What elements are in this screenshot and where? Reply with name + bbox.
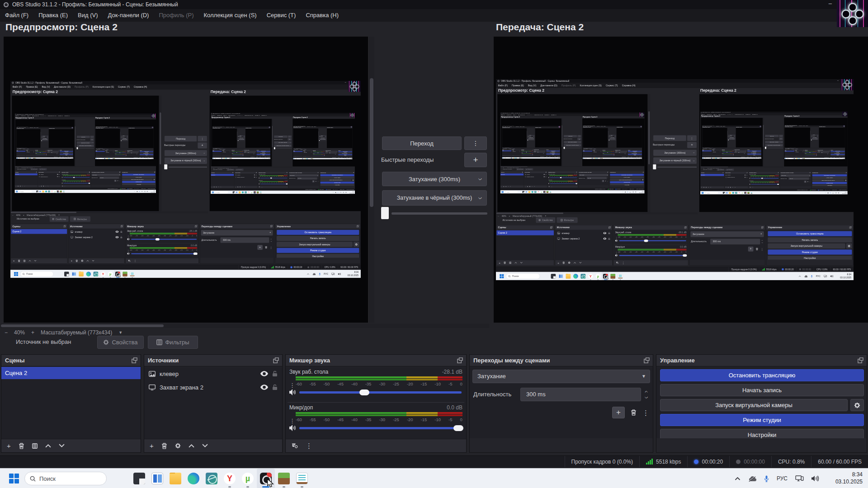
virtual-camera-settings-button[interactable] xyxy=(153,178,156,180)
fader-handle[interactable] xyxy=(46,155,47,155)
scene-filters-button[interactable] xyxy=(98,156,98,157)
scrollbar-thumb[interactable] xyxy=(1,324,164,327)
filters-button[interactable]: Фильтры xyxy=(39,168,47,170)
scene-filters-button[interactable] xyxy=(509,262,511,264)
fader-handle[interactable] xyxy=(453,425,463,431)
move-scene-down-button[interactable] xyxy=(59,444,65,448)
remove-scene-button[interactable] xyxy=(584,156,585,156)
menu-tools[interactable]: Сервис (T) xyxy=(57,115,64,117)
start-button[interactable] xyxy=(702,192,703,194)
duration-input[interactable]: 300 ms xyxy=(587,177,607,179)
chevron-down-icon[interactable]: ᨆ xyxy=(93,142,93,143)
scene-item-selected[interactable]: Сцена 2 xyxy=(1,367,141,379)
taskbar-search[interactable]: Поиск xyxy=(215,191,228,193)
mixer-menu-button[interactable]: ⋮ xyxy=(233,156,233,156)
virtual-camera-settings-button[interactable] xyxy=(354,242,359,247)
add-quick-transition-button[interactable]: + xyxy=(243,136,245,137)
remove-scene-button[interactable] xyxy=(18,186,19,187)
zoom-out-button[interactable]: − xyxy=(701,168,702,169)
add-source-button[interactable]: + xyxy=(39,186,39,187)
menu-scene-collection[interactable]: Коллекция сцен (S) xyxy=(29,127,33,128)
source-item-display-capture[interactable]: Захват экрана 2 xyxy=(725,176,748,178)
duration-spin-buttons[interactable]: ᨈ ᨆ xyxy=(545,152,546,153)
move-source-down-button[interactable] xyxy=(92,260,94,262)
add-scene-button[interactable]: + xyxy=(785,156,785,156)
spin-up-icon[interactable]: ᨈ xyxy=(762,239,763,242)
speaker-icon[interactable] xyxy=(62,183,63,183)
transition-button[interactable]: Переход xyxy=(653,135,686,141)
remove-source-button[interactable] xyxy=(223,156,224,156)
microphone-icon[interactable] xyxy=(635,158,636,159)
taskbar-app-movies[interactable] xyxy=(525,190,528,193)
taskbar-minecraft[interactable] xyxy=(609,272,616,280)
microphone-icon[interactable] xyxy=(830,192,831,194)
unlock-icon[interactable] xyxy=(608,237,610,240)
start-button[interactable] xyxy=(294,159,295,160)
move-source-up-button[interactable] xyxy=(225,156,226,156)
virtual-camera-settings-button[interactable] xyxy=(850,399,864,411)
source-properties-button[interactable] xyxy=(568,262,570,264)
zoom-out-button[interactable]: − xyxy=(5,329,8,336)
unlock-icon[interactable] xyxy=(59,176,60,177)
transition-menu-button[interactable]: ⋮ xyxy=(577,135,581,137)
source-item-display-capture[interactable]: Захват экрана 2 xyxy=(69,235,124,240)
chevron-down-icon[interactable]: ᨆ xyxy=(326,138,326,138)
move-source-up-button[interactable] xyxy=(532,186,533,187)
add-source-button[interactable]: + xyxy=(303,156,304,157)
popout-icon[interactable] xyxy=(89,172,90,173)
network-icon[interactable] xyxy=(149,158,149,159)
popout-icon[interactable] xyxy=(232,172,233,173)
microphone-icon[interactable] xyxy=(764,475,769,482)
network-icon[interactable] xyxy=(637,158,637,159)
source-item-display-capture[interactable]: Захват экрана 2 xyxy=(555,236,612,241)
menu-tools[interactable]: Сервис (T) xyxy=(604,83,620,88)
scene-item-selected[interactable]: Сцена 2 xyxy=(11,229,67,234)
mixer-menu-button[interactable]: ⋮ xyxy=(306,442,312,449)
properties-button[interactable]: Свойства xyxy=(536,217,555,223)
remove-source-button[interactable] xyxy=(728,187,729,188)
preview-vertical-scrollbar[interactable] xyxy=(318,128,319,148)
unlock-icon[interactable] xyxy=(120,230,123,233)
volume-icon[interactable] xyxy=(841,158,842,159)
taskbar-yandex-browser[interactable]: Y xyxy=(738,191,741,194)
unlock-icon[interactable] xyxy=(546,176,547,177)
zoom-out-button[interactable]: − xyxy=(211,168,212,169)
chevron-down-icon[interactable]: ᨆ xyxy=(290,142,291,143)
duration-input[interactable]: 300 ms xyxy=(329,153,337,154)
remove-transition-button[interactable] xyxy=(544,153,545,154)
chevron-down-icon[interactable]: ᨆ xyxy=(693,160,695,162)
fader-handle[interactable] xyxy=(359,389,369,395)
add-quick-transition-button[interactable]: + xyxy=(734,136,735,137)
taskbar-app-notepad[interactable] xyxy=(130,469,148,488)
stop-streaming-button[interactable]: Остановить трансляцию xyxy=(122,174,155,175)
menu-help[interactable]: Справка (H) xyxy=(806,126,809,127)
add-quick-transition-button[interactable]: + xyxy=(577,138,581,140)
advanced-audio-button[interactable] xyxy=(616,262,618,264)
volume-icon[interactable] xyxy=(70,158,70,159)
advanced-audio-button[interactable] xyxy=(805,156,805,156)
preview-vertical-scrollbar[interactable] xyxy=(369,37,374,323)
remove-source-button[interactable] xyxy=(27,156,27,156)
unlock-icon[interactable] xyxy=(721,152,721,152)
speaker-icon[interactable] xyxy=(127,238,130,240)
duration-spin-buttons[interactable]: ᨈ ᨆ xyxy=(317,177,319,179)
source-item-display-capture[interactable]: Захват экрана 2 xyxy=(794,152,804,153)
popout-icon[interactable] xyxy=(684,226,687,229)
minimize-button[interactable]: – xyxy=(837,79,839,82)
remove-scene-button[interactable] xyxy=(504,262,506,264)
taskbar-clock[interactable]: 8:34 03.10.2025 xyxy=(843,158,844,159)
network-icon[interactable] xyxy=(756,158,757,159)
menu-help[interactable]: Справка (H) xyxy=(522,127,525,127)
start-button[interactable] xyxy=(212,192,214,193)
tray-expand-icon[interactable] xyxy=(836,159,836,159)
onedrive-paused-icon[interactable] xyxy=(634,158,634,159)
remove-scene-button[interactable] xyxy=(214,187,215,188)
fader-handle[interactable] xyxy=(243,155,243,155)
fader-handle[interactable] xyxy=(324,155,325,155)
program-canvas[interactable]: OBS Studio 31.1.2 - Профиль: Безымянный … xyxy=(210,96,361,211)
taskbar-clock[interactable]: 8:34 03.10.2025 xyxy=(151,190,155,192)
spin-down-icon[interactable]: ᨆ xyxy=(608,178,608,179)
add-source-button[interactable]: + xyxy=(512,155,513,156)
add-quick-transition-button[interactable]: + xyxy=(614,136,616,137)
add-source-button[interactable]: + xyxy=(712,156,713,156)
